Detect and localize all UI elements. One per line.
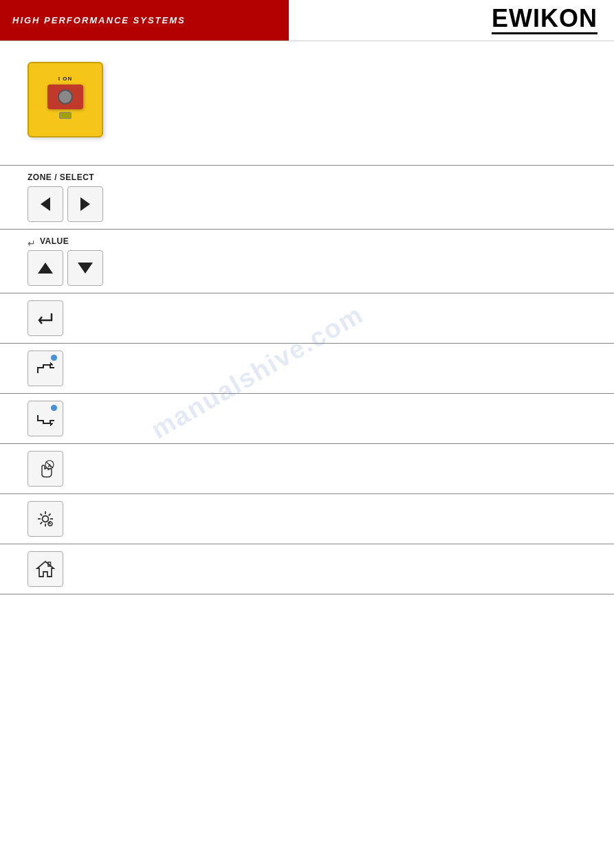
svg-line-14 bbox=[49, 514, 51, 516]
enter-btns bbox=[28, 300, 63, 336]
profile-up-row bbox=[0, 343, 614, 393]
svg-marker-2 bbox=[38, 263, 53, 274]
zone-select-btns bbox=[28, 186, 103, 222]
home-icon bbox=[35, 559, 56, 579]
enter-button[interactable] bbox=[28, 300, 63, 336]
svg-marker-0 bbox=[41, 197, 50, 211]
svg-line-12 bbox=[41, 514, 43, 516]
switch-hinge bbox=[59, 112, 72, 119]
profile-up-dot bbox=[51, 355, 57, 361]
down-arrow-icon bbox=[75, 258, 96, 278]
value-down-button[interactable] bbox=[67, 250, 103, 286]
header-logo-area: EWIKON bbox=[475, 6, 614, 34]
zone-select-row: ZONE / SELECT bbox=[0, 165, 614, 229]
switch-handle bbox=[47, 85, 83, 109]
zone-left-button[interactable] bbox=[28, 186, 63, 222]
profile-down-dot bbox=[51, 405, 57, 411]
auto-manual-btns: A bbox=[28, 451, 63, 487]
value-label: VALUE bbox=[40, 236, 69, 246]
auto-manual-icon: A bbox=[35, 458, 56, 479]
profile-up-button[interactable] bbox=[28, 350, 63, 386]
product-switch-image: I ON bbox=[28, 62, 103, 137]
value-btns bbox=[28, 250, 103, 286]
product-image-area: I ON bbox=[28, 62, 614, 137]
enter-row bbox=[0, 293, 614, 343]
profile-down-btns bbox=[28, 401, 63, 436]
profile-down-button[interactable] bbox=[28, 401, 63, 436]
profile-up-btns bbox=[28, 350, 63, 386]
value-row: ↵ VALUE bbox=[0, 229, 614, 293]
zone-right-button[interactable] bbox=[67, 186, 103, 222]
settings-row bbox=[0, 493, 614, 544]
settings-button[interactable] bbox=[28, 501, 63, 537]
svg-marker-3 bbox=[78, 263, 93, 274]
enter-icon bbox=[35, 308, 56, 329]
settings-icon bbox=[35, 509, 56, 529]
header-tagline-bg: HiGh PERFOrMaNCE systeMS bbox=[0, 0, 289, 41]
home-row bbox=[0, 544, 614, 594]
svg-point-7 bbox=[43, 516, 49, 522]
buttons-section: ZONE / SELECT ↵ VALUE bbox=[0, 165, 614, 594]
auto-manual-button[interactable]: A bbox=[28, 451, 63, 487]
value-up-button[interactable] bbox=[28, 250, 63, 286]
profile-up-icon bbox=[35, 358, 56, 379]
settings-btns bbox=[28, 501, 63, 537]
brand-logo: EWIKON bbox=[492, 6, 597, 34]
profile-down-row bbox=[0, 393, 614, 443]
svg-marker-21 bbox=[37, 561, 54, 577]
value-prefix-icon: ↵ bbox=[28, 238, 36, 249]
right-arrow-icon bbox=[75, 194, 96, 214]
profile-down-icon bbox=[35, 408, 56, 429]
zone-select-label: ZONE / SELECT bbox=[28, 173, 94, 182]
up-arrow-icon bbox=[35, 258, 56, 278]
svg-line-15 bbox=[41, 522, 43, 524]
switch-on-label: I ON bbox=[58, 76, 72, 82]
auto-manual-row: A bbox=[0, 443, 614, 493]
left-arrow-icon bbox=[35, 194, 56, 214]
value-label-row: ↵ VALUE bbox=[28, 236, 69, 250]
home-btns bbox=[28, 551, 63, 587]
svg-marker-1 bbox=[80, 197, 90, 211]
header-tagline: HiGh PERFOrMaNCE systeMS bbox=[12, 15, 186, 25]
page-header: HiGh PERFOrMaNCE systeMS EWIKON bbox=[0, 0, 614, 41]
home-button[interactable] bbox=[28, 551, 63, 587]
